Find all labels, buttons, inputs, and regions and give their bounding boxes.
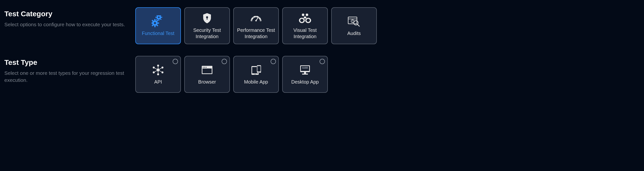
svg-rect-57 — [202, 69, 212, 73]
test-type-cards: API Browser — [135, 56, 328, 93]
svg-point-26 — [256, 16, 256, 17]
svg-point-72 — [303, 67, 303, 68]
svg-rect-70 — [302, 74, 308, 75]
svg-point-45 — [157, 65, 159, 66]
svg-rect-30 — [306, 14, 308, 16]
browser-icon — [201, 64, 213, 76]
shield-icon — [202, 12, 212, 25]
test-category-subtitle: Select options to configure how to execu… — [4, 21, 135, 28]
svg-point-74 — [304, 67, 305, 68]
type-card-desktop[interactable]: Desktop App — [282, 56, 328, 93]
svg-point-19 — [154, 22, 156, 24]
svg-rect-11 — [154, 19, 156, 21]
test-category-section: Test Category Select options to configur… — [4, 7, 640, 44]
card-label: Visual Test Integration — [285, 27, 326, 40]
svg-point-27 — [259, 17, 260, 18]
card-label: Browser — [198, 79, 216, 85]
svg-point-66 — [259, 72, 260, 73]
test-type-header: Test Type Select one or more test types … — [4, 56, 135, 93]
radio-indicator — [222, 59, 227, 64]
radio-indicator — [173, 59, 178, 64]
svg-rect-2 — [158, 19, 159, 21]
svg-rect-14 — [157, 23, 159, 24]
gears-icon — [152, 15, 165, 28]
card-label: API — [154, 79, 162, 85]
category-card-performance-test[interactable]: Performance Test Integration — [233, 7, 279, 44]
svg-point-73 — [304, 67, 304, 68]
type-card-api[interactable]: API — [135, 56, 181, 93]
card-label: Mobile App — [244, 79, 268, 85]
card-label: Performance Test Integration — [236, 27, 276, 40]
test-category-header: Test Category Select options to configur… — [4, 7, 135, 44]
category-card-visual-test[interactable]: Visual Test Integration — [282, 7, 328, 44]
svg-point-9 — [158, 17, 160, 18]
category-card-functional-test[interactable]: Functional Test — [135, 7, 181, 44]
svg-point-58 — [203, 67, 204, 68]
svg-rect-21 — [207, 18, 208, 20]
radio-indicator — [270, 59, 276, 64]
svg-rect-29 — [302, 14, 304, 16]
svg-point-51 — [157, 74, 159, 75]
svg-point-40 — [352, 22, 353, 22]
svg-point-59 — [204, 67, 205, 68]
svg-point-24 — [252, 20, 252, 21]
svg-point-23 — [255, 20, 257, 21]
svg-point-55 — [153, 67, 154, 68]
svg-point-47 — [162, 67, 163, 68]
type-card-mobile[interactable]: Mobile App — [233, 56, 279, 93]
binoculars-icon — [298, 12, 312, 25]
svg-rect-12 — [154, 26, 156, 27]
test-category-cards: Functional Test Security Test Integratio… — [135, 7, 377, 44]
svg-point-49 — [162, 72, 163, 73]
card-label: Audits — [347, 30, 361, 37]
category-card-security-test[interactable]: Security Test Integration — [184, 7, 230, 44]
svg-point-34 — [300, 19, 304, 22]
test-category-title: Test Category — [4, 10, 135, 18]
svg-point-63 — [254, 74, 255, 74]
svg-rect-65 — [258, 66, 261, 71]
card-label: Security Test Integration — [187, 27, 228, 40]
gauge-icon — [250, 12, 262, 25]
svg-rect-13 — [152, 23, 152, 24]
api-icon — [152, 64, 164, 76]
svg-point-28 — [260, 20, 261, 21]
svg-point-53 — [153, 72, 154, 73]
svg-rect-31 — [304, 17, 306, 19]
svg-line-42 — [358, 24, 359, 26]
radio-indicator — [320, 59, 325, 64]
svg-point-35 — [306, 19, 310, 22]
test-type-section: Test Type Select one or more test types … — [4, 56, 640, 93]
desktop-icon — [299, 64, 311, 76]
test-type-title: Test Type — [4, 58, 135, 67]
card-label: Functional Test — [142, 30, 174, 37]
card-label: Desktop App — [291, 79, 318, 85]
svg-point-60 — [206, 67, 206, 68]
mobile-icon — [250, 64, 262, 76]
category-card-audits[interactable]: Audits — [331, 7, 377, 44]
audit-icon — [347, 15, 361, 28]
svg-rect-69 — [304, 72, 306, 74]
svg-rect-3 — [156, 17, 157, 18]
svg-rect-4 — [161, 17, 162, 18]
svg-point-25 — [253, 17, 254, 18]
test-type-subtitle: Select one or more test types for your r… — [4, 69, 135, 84]
type-card-browser[interactable]: Browser — [184, 56, 230, 93]
